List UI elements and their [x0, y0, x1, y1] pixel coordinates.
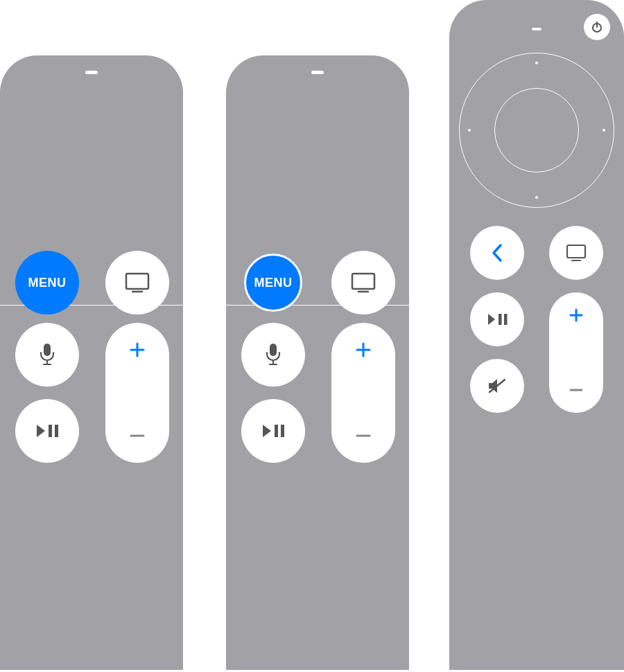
volume-rocker[interactable]	[549, 292, 603, 413]
svg-rect-25	[504, 314, 508, 325]
mute-icon	[487, 377, 508, 395]
volume-rocker[interactable]	[105, 323, 169, 463]
siri-remote-2nd-gen	[449, 0, 624, 670]
play-pause-button[interactable]	[241, 399, 305, 463]
svg-rect-12	[270, 344, 277, 356]
clickpad-dot-down	[535, 196, 538, 199]
tv-icon	[566, 244, 587, 262]
volume-down-icon	[569, 382, 584, 398]
svg-rect-5	[49, 425, 52, 437]
play-pause-button[interactable]	[470, 292, 524, 346]
svg-rect-16	[281, 425, 284, 437]
menu-button[interactable]: MENU	[15, 251, 79, 315]
clickpad-dot-left	[468, 129, 471, 132]
clickpad-center[interactable]	[494, 88, 579, 173]
microphone-icon	[40, 343, 55, 366]
tv-icon	[125, 272, 150, 293]
volume-down-icon	[128, 427, 146, 445]
siri-button[interactable]	[241, 323, 305, 387]
siri-remote-1st-gen: MENU	[0, 55, 183, 670]
svg-rect-6	[55, 425, 58, 437]
mute-button[interactable]	[470, 359, 524, 413]
svg-rect-2	[44, 344, 51, 356]
clickpad-ring[interactable]	[459, 53, 614, 208]
tv-button[interactable]	[105, 251, 169, 315]
volume-up-icon	[128, 341, 146, 359]
svg-rect-15	[275, 425, 278, 437]
svg-rect-10	[352, 274, 374, 289]
tv-button[interactable]	[549, 226, 603, 280]
clickpad-dot-up	[535, 62, 538, 64]
power-icon	[591, 21, 603, 33]
menu-button[interactable]: MENU	[244, 254, 302, 312]
menu-button-label: MENU	[254, 276, 293, 290]
microphone-icon	[266, 343, 281, 366]
play-pause-button[interactable]	[15, 399, 79, 463]
svg-rect-22	[567, 245, 585, 258]
siri-button[interactable]	[15, 323, 79, 387]
svg-rect-24	[499, 314, 502, 325]
chevron-left-icon	[491, 243, 503, 263]
back-button[interactable]	[470, 226, 524, 280]
indicator-led	[85, 71, 98, 74]
siri-remote-1st-gen-alt: MENU	[226, 55, 409, 670]
volume-up-icon	[569, 308, 584, 323]
tv-button[interactable]	[331, 251, 395, 315]
volume-up-icon	[354, 341, 372, 359]
volume-rocker[interactable]	[331, 323, 395, 463]
play-pause-icon	[35, 423, 59, 439]
play-pause-icon	[261, 423, 285, 439]
svg-rect-0	[126, 274, 148, 289]
tv-icon	[351, 272, 376, 293]
clickpad-dot-right	[603, 129, 605, 132]
indicator-led	[532, 28, 541, 30]
play-pause-icon	[487, 312, 508, 326]
volume-down-icon	[354, 427, 372, 445]
menu-button-label: MENU	[28, 276, 67, 290]
power-button[interactable]	[584, 14, 610, 40]
indicator-led	[311, 71, 324, 74]
